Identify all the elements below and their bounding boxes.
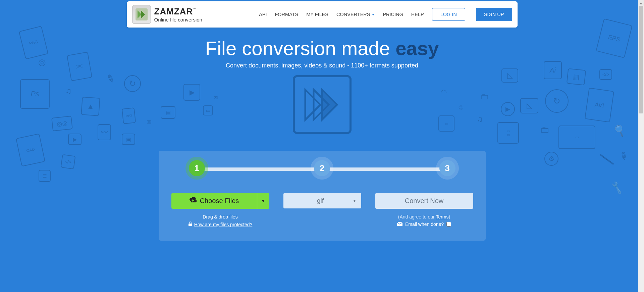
chevron-down-icon: ▼: [353, 199, 357, 203]
brand-tagline: Online file conversion: [154, 17, 202, 22]
sketch-wrench-icon: 🔧: [610, 178, 624, 197]
sketch-refresh-icon: ↻: [124, 75, 141, 92]
chevron-down-icon: ▼: [261, 198, 265, 203]
choose-files-button[interactable]: Choose Files: [171, 193, 257, 209]
sketch-laptop-icon: ▭: [558, 126, 595, 149]
sketch-recycle-icon: ♲: [457, 104, 465, 111]
sketch-code2-icon: </>: [599, 69, 612, 80]
svg-rect-2: [397, 222, 402, 226]
sketch-cassette-icon: ◎◎: [51, 116, 73, 131]
mail-icon: [397, 222, 402, 227]
nav-api[interactable]: API: [259, 12, 267, 17]
sketch-mail-icon: ✉: [145, 119, 153, 126]
nav-links: API FORMATS MY FILES CONVERTERS▼ PRICING…: [259, 8, 512, 21]
sketch-png-icon: PNG: [19, 26, 49, 59]
sketch-cad-icon: CAD: [16, 133, 45, 166]
agree-terms: (And agree to our Terms): [398, 214, 450, 220]
sketch-music2-icon: ♫: [475, 114, 485, 124]
navbar: ZAMZAR™ Online file conversion API FORMA…: [127, 1, 518, 28]
brand-name: ZAMZAR™: [154, 7, 202, 16]
email-when-done[interactable]: Email when done?: [397, 222, 451, 227]
scrollbar-up-icon[interactable]: ▲: [638, 0, 644, 6]
converter-panel: 1 2 3 Choose Files ▼ Drag & drop fil: [159, 151, 486, 241]
sketch-search-icon: 🔍: [612, 123, 627, 138]
drag-drop-hint: Drag & drop files: [203, 214, 237, 220]
chevron-down-icon: ▼: [372, 13, 375, 16]
sketch-jpg-icon: JPG: [67, 52, 93, 81]
nav-my-files[interactable]: MY FILES: [306, 12, 328, 17]
format-selected-value: gif: [288, 197, 353, 204]
nav-converters[interactable]: CONVERTERS▼: [336, 12, 375, 17]
step-3: 3: [439, 160, 455, 176]
format-select[interactable]: gif ▼: [283, 193, 361, 208]
sketch-clipboard-icon: ▭▭: [497, 122, 519, 144]
step-1: 1: [189, 160, 205, 176]
sketch-mail2-icon: ✉: [212, 95, 219, 101]
sketch-ps-icon: Ps: [20, 79, 50, 109]
svg-rect-1: [189, 224, 192, 226]
sketch-avi-icon: AVI: [585, 88, 614, 123]
sketch-acrobat-icon: ◎: [37, 57, 47, 67]
nav-formats[interactable]: FORMATS: [275, 12, 298, 17]
sketch-clipboard2-icon: ▭: [438, 115, 454, 132]
sketch-image-icon: ▣: [122, 134, 135, 145]
scrollbar-thumb[interactable]: [639, 6, 643, 113]
choose-files-dropdown[interactable]: ▼: [257, 193, 269, 209]
sketch-refresh2-icon: ↻: [545, 89, 569, 113]
terms-link[interactable]: Terms: [436, 214, 448, 220]
step-2: 2: [314, 160, 330, 176]
nav-pricing[interactable]: PRICING: [383, 12, 403, 17]
login-button[interactable]: LOG IN: [432, 8, 465, 21]
signup-button[interactable]: SIGN UP: [476, 8, 512, 21]
sketch-mov-icon: MOV: [98, 124, 111, 140]
sketch-ai-icon: Ai: [544, 61, 562, 79]
sketch-gear-icon: ⚙: [544, 152, 558, 166]
sketch-play-box-icon: ▶: [183, 84, 200, 101]
steps: 1 2 3: [197, 160, 447, 176]
email-checkbox[interactable]: [446, 222, 451, 227]
hero-subtitle: Convert documents, images, videos & soun…: [62, 62, 582, 69]
sketch-film-icon: ▤: [161, 106, 175, 119]
sketch-film2-icon: ▤: [567, 68, 586, 85]
sketch-music-icon: ♫: [63, 86, 73, 96]
sketch-code-icon: </>: [60, 154, 75, 169]
sketch-headphones-icon: ◠: [438, 87, 448, 97]
sketch-folder-icon: 🗀: [478, 91, 491, 102]
sketch-landscape2-icon: ◺: [501, 68, 518, 83]
sketch-landscape-icon: ◺: [520, 98, 538, 113]
logo-icon: [132, 5, 151, 24]
sketch-video-icon: ▶: [68, 134, 82, 145]
logo[interactable]: ZAMZAR™ Online file conversion: [132, 5, 202, 24]
nav-help[interactable]: HELP: [411, 12, 424, 17]
hero-title: File conversion made easy: [62, 37, 582, 59]
sketch-doc-icon: ▭: [203, 105, 213, 115]
sketch-mp3-icon: MP3: [122, 107, 136, 124]
files-protected-link[interactable]: How are my files protected?: [188, 222, 253, 227]
sketch-misc-icon: ☰: [39, 170, 51, 182]
cloud-upload-icon: [189, 197, 197, 205]
sketch-play-circle-icon: ▶: [501, 102, 515, 116]
convert-now-button[interactable]: Convert Now: [375, 193, 473, 209]
sketch-eps-icon: EPS: [596, 18, 633, 58]
sketch-play-up-icon: ▲: [81, 97, 100, 116]
hero-play-icon: [293, 75, 352, 134]
lock-icon: [188, 222, 192, 227]
sketch-folder2-icon: 🗀: [538, 124, 552, 135]
sketch-ruler-icon: ▬▬▬▬: [596, 149, 618, 167]
